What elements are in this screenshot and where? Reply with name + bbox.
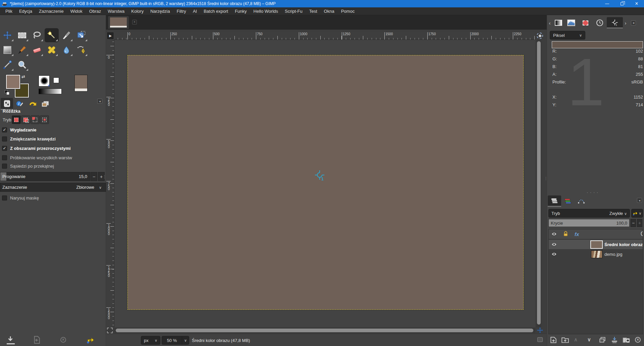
menu-batch-export[interactable]: Batch export bbox=[200, 9, 231, 14]
transform-tool-button[interactable] bbox=[74, 28, 88, 42]
tab-histogram[interactable] bbox=[565, 17, 578, 28]
fuzzy-select-tool-button[interactable] bbox=[45, 28, 59, 42]
layers-dock-menu-button[interactable]: ◂ bbox=[637, 198, 642, 203]
merge-down-button[interactable] bbox=[611, 336, 618, 345]
brush-preview[interactable]: + bbox=[39, 75, 50, 86]
tab-channels[interactable] bbox=[561, 195, 575, 207]
tab-undo-history[interactable] bbox=[26, 98, 39, 110]
tab-images[interactable] bbox=[39, 98, 51, 110]
option-sample-merged[interactable]: Próbkowanie wszystkich warstw bbox=[0, 154, 106, 161]
tab-device-status[interactable]: i bbox=[13, 98, 26, 110]
toolbox-dock-menu-button[interactable]: ◂ bbox=[97, 99, 102, 104]
ruler-corner-menu-button[interactable]: ▶ bbox=[107, 32, 114, 40]
unit-dropdown[interactable]: px ∨ bbox=[141, 336, 160, 345]
layer-name[interactable]: Średni kolor obrazu bbox=[604, 242, 643, 247]
close-button[interactable]: × bbox=[629, 0, 644, 7]
menu-test[interactable]: Test bbox=[306, 9, 321, 14]
threshold-minus-button[interactable]: − bbox=[91, 172, 97, 181]
new-layer-button[interactable] bbox=[550, 336, 557, 345]
mode-replace-button[interactable] bbox=[12, 115, 21, 124]
opacity-slider[interactable]: Krycie 100,0 bbox=[548, 219, 630, 227]
pixel-format-dropdown[interactable]: Piksel ∨ bbox=[550, 31, 585, 40]
menu-narzedzia[interactable]: Narzędzia bbox=[147, 9, 173, 14]
restore-tool-preset-button[interactable] bbox=[33, 336, 41, 345]
zoom-combo[interactable]: 50 % ∨ bbox=[162, 336, 189, 345]
opacity-minus-button[interactable]: − bbox=[631, 219, 636, 227]
tabs-scroll-left[interactable]: ‹ bbox=[547, 20, 552, 26]
layer-visibility-eye-icon[interactable] bbox=[551, 252, 557, 257]
tabstrip-close-icon[interactable]: × bbox=[132, 20, 137, 24]
tab-tool-options[interactable] bbox=[1, 98, 13, 110]
delete-tool-preset-button[interactable]: × bbox=[60, 337, 66, 343]
ink-tool-button[interactable] bbox=[74, 43, 88, 57]
menu-pomoc[interactable]: Pomoc bbox=[338, 9, 358, 14]
tab-pointer[interactable]: 1 bbox=[607, 17, 623, 28]
menu-zaznaczenie[interactable]: Zaznaczenie bbox=[36, 9, 67, 14]
eraser-tool-button[interactable] bbox=[30, 43, 44, 57]
threshold-slider[interactable]: Progowanie 15,0 bbox=[0, 172, 90, 181]
checkbox-feather-edges[interactable] bbox=[2, 136, 7, 141]
option-transparent-areas[interactable]: ✓ Z obszarami przezroczystymi bbox=[0, 145, 106, 152]
menu-widok[interactable]: Widok bbox=[67, 9, 86, 14]
layer-visibility-eye-icon[interactable] bbox=[551, 242, 557, 247]
option-feather-edges[interactable]: Zmiękczanie krawędzi bbox=[0, 135, 106, 142]
layer-name[interactable]: demo.jpg bbox=[604, 252, 622, 257]
foreground-color-swatch[interactable] bbox=[6, 75, 20, 89]
new-layer-group-button[interactable] bbox=[561, 336, 569, 345]
layer-thumbnail[interactable] bbox=[590, 240, 603, 249]
option-draw-mask[interactable]: Narysuj maskę bbox=[0, 194, 106, 201]
menu-kolory[interactable]: Kolory bbox=[128, 9, 147, 14]
paint-select-tool-button[interactable] bbox=[59, 28, 73, 42]
checkbox-antialiasing[interactable]: ✓ bbox=[2, 127, 7, 132]
tabs-scroll-right[interactable]: › bbox=[623, 20, 628, 26]
menu-funky[interactable]: Funky bbox=[231, 9, 250, 14]
dock-splitter-handle[interactable]: · · · · bbox=[587, 190, 598, 195]
horizontal-scrollbar[interactable] bbox=[114, 328, 535, 333]
layer-mode-switch-button[interactable]: ∨ bbox=[631, 209, 643, 218]
vertical-ruler[interactable]: 0 250 500 750 1000 1250 1500 bbox=[106, 40, 114, 327]
checkbox-transparent-areas[interactable]: ✓ bbox=[2, 146, 7, 151]
horizontal-ruler[interactable]: 0 250 500 750 1000 1250 1500 1750 2000 2… bbox=[114, 32, 535, 40]
horizontal-scrollbar-thumb[interactable] bbox=[116, 329, 533, 332]
save-tool-preset-button[interactable] bbox=[7, 336, 15, 344]
gradient-tool-button[interactable] bbox=[0, 43, 14, 57]
effects-fx-icon[interactable]: fx bbox=[575, 231, 579, 237]
image-tab-demo[interactable] bbox=[108, 16, 129, 29]
layer-mode-dropdown[interactable]: Tryb Zwykłe ∨ bbox=[548, 209, 630, 218]
blur-tool-button[interactable] bbox=[59, 43, 73, 57]
tab-selection-editor[interactable] bbox=[578, 17, 593, 28]
menu-ai[interactable]: AI bbox=[190, 9, 200, 14]
swap-colors-icon[interactable]: ⇄ bbox=[21, 74, 25, 79]
layer-thumbnail[interactable] bbox=[591, 250, 602, 258]
move-tool-button[interactable] bbox=[0, 28, 14, 42]
option-diagonal-neighbors[interactable]: Sąsiedzi po przekątnej bbox=[0, 162, 106, 170]
navigation-preview-icon[interactable] bbox=[537, 337, 543, 342]
rectangle-select-tool-button[interactable] bbox=[15, 28, 29, 42]
opacity-plus-button[interactable]: + bbox=[637, 219, 642, 227]
tab-layers[interactable] bbox=[548, 195, 561, 207]
heal-tool-button[interactable] bbox=[45, 43, 59, 57]
mode-add-button[interactable] bbox=[21, 115, 30, 124]
minimize-button[interactable]: — bbox=[600, 0, 614, 7]
tab-gradients[interactable] bbox=[552, 17, 565, 28]
menu-warstwa[interactable]: Warstwa bbox=[104, 9, 128, 14]
menu-filtry[interactable]: Filtry bbox=[173, 9, 190, 14]
layer-row-demo-jpg[interactable]: demo.jpg bbox=[549, 249, 643, 259]
menu-edycja[interactable]: Edycja bbox=[16, 9, 36, 14]
menu-plik[interactable]: Plik bbox=[2, 9, 16, 14]
free-select-tool-button[interactable] bbox=[30, 28, 44, 42]
checkbox-sample-merged[interactable] bbox=[2, 155, 7, 160]
pattern-preview[interactable] bbox=[53, 77, 59, 83]
menu-hello-worlds[interactable]: Hello Worlds bbox=[250, 9, 281, 14]
quick-mask-toggle[interactable] bbox=[107, 328, 113, 333]
active-image-thumbnail[interactable] bbox=[74, 75, 88, 92]
vertical-scrollbar[interactable] bbox=[536, 40, 541, 327]
zoom-follow-window-icon[interactable] bbox=[537, 33, 543, 39]
layer-row-average-color[interactable]: Średni kolor obrazu bbox=[549, 240, 643, 249]
default-colors-icon[interactable] bbox=[5, 90, 9, 95]
lock-icon[interactable] bbox=[563, 231, 569, 238]
gradient-preview[interactable] bbox=[39, 89, 62, 94]
reset-tool-options-button[interactable] bbox=[87, 336, 95, 345]
measure-tool-button[interactable] bbox=[0, 58, 14, 72]
mode-intersect-button[interactable] bbox=[40, 115, 49, 124]
